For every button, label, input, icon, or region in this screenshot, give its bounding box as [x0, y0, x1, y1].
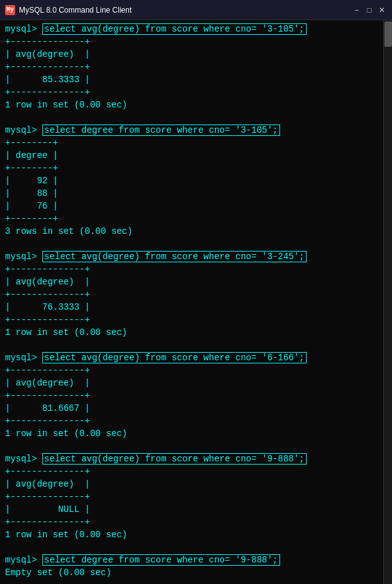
table-border-4a: +--------------+	[5, 364, 387, 377]
prompt-line-2: mysql> select degree from score where cn…	[5, 124, 387, 137]
table-border-3c: +--------------+	[5, 313, 387, 326]
prompt-line-1: mysql> select avg(degree) from score whe…	[5, 23, 387, 35]
table-header-3: | avg(degree) |	[5, 276, 387, 288]
cmd-1: select avg(degree) from score where cno=…	[42, 23, 307, 35]
cmd-5: select avg(degree) from score where cno=…	[42, 453, 307, 465]
status-3: 1 row in set (0.00 sec)	[5, 326, 387, 339]
status-4: 1 row in set (0.00 sec)	[5, 427, 387, 440]
status-6: Empty set (0.00 sec)	[5, 566, 387, 579]
query-block-2: mysql> select degree from score where cn…	[5, 124, 387, 238]
blank-3	[5, 339, 387, 351]
table-border-1c: +--------------+	[5, 86, 387, 99]
prompt-line-4: mysql> select avg(degree) from score whe…	[5, 351, 387, 364]
maximize-button[interactable]: □	[364, 5, 374, 15]
table-border-5a: +--------------+	[5, 465, 387, 478]
table-value-2a: | 92 |	[5, 174, 387, 187]
table-border-2b: +--------+	[5, 162, 387, 174]
cmd-3: select avg(degree) from score where cno=…	[42, 251, 307, 262]
table-value-4: | 81.6667 |	[5, 402, 387, 415]
table-border-1a: +--------------+	[5, 35, 387, 48]
cmd-2: select degree from score where cno= '3-1…	[42, 125, 280, 136]
prompt-2: mysql>	[5, 125, 37, 135]
table-border-4b: +--------------+	[5, 389, 387, 402]
title-bar: My MySQL 8.0 Command Line Client − □ ✕	[0, 0, 392, 20]
table-border-5c: +--------------+	[5, 516, 387, 528]
table-header-2: | degree |	[5, 149, 387, 162]
table-border-4c: +--------------+	[5, 415, 387, 427]
blank-1	[5, 111, 387, 124]
table-value-3: | 76.3333 |	[5, 301, 387, 313]
table-value-5: | NULL |	[5, 503, 387, 516]
table-header-5: | avg(degree) |	[5, 478, 387, 490]
scrollbar[interactable]	[383, 20, 392, 584]
query-block-1: mysql> select avg(degree) from score whe…	[5, 23, 387, 111]
prompt-1: mysql>	[5, 24, 37, 34]
terminal-body: mysql> select avg(degree) from score whe…	[0, 20, 392, 584]
blank-2	[5, 238, 387, 250]
table-header-4: | avg(degree) |	[5, 377, 387, 389]
table-border-5b: +--------------+	[5, 490, 387, 503]
prompt-6: mysql>	[5, 555, 37, 565]
table-border-2a: +--------+	[5, 137, 387, 149]
query-block-4: mysql> select avg(degree) from score whe…	[5, 351, 387, 440]
status-1: 1 row in set (0.00 sec)	[5, 99, 387, 111]
prompt-3: mysql>	[5, 252, 37, 262]
app-icon: My	[5, 5, 15, 15]
table-value-2b: | 88 |	[5, 187, 387, 200]
prompt-4: mysql>	[5, 353, 37, 363]
table-border-3b: +--------------+	[5, 288, 387, 301]
app-icon-text: My	[6, 6, 14, 13]
status-2: 3 rows in set (0.00 sec)	[5, 225, 387, 238]
window-title: MySQL 8.0 Command Line Client	[19, 6, 348, 15]
query-block-3: mysql> select avg(degree) from score whe…	[5, 250, 387, 339]
table-value-2c: | 76 |	[5, 200, 387, 212]
status-5: 1 row in set (0.00 sec)	[5, 528, 387, 541]
prompt-line-5: mysql> select avg(degree) from score whe…	[5, 453, 387, 465]
cmd-4: select avg(degree) from score where cno=…	[42, 352, 307, 363]
table-border-2c: +--------+	[5, 212, 387, 225]
blank-5	[5, 541, 387, 554]
close-button[interactable]: ✕	[377, 5, 387, 15]
app-window: My MySQL 8.0 Command Line Client − □ ✕ m…	[0, 0, 392, 584]
prompt-line-6: mysql> select degree from score where cn…	[5, 554, 387, 566]
window-controls[interactable]: − □ ✕	[352, 5, 387, 15]
query-block-6: mysql> select degree from score where cn…	[5, 554, 387, 579]
prompt-line-3: mysql> select avg(degree) from score whe…	[5, 250, 387, 263]
table-value-1: | 85.3333 |	[5, 73, 387, 86]
blank-4	[5, 440, 387, 453]
table-border-1b: +--------------+	[5, 61, 387, 73]
table-border-3a: +--------------+	[5, 263, 387, 276]
cmd-6: select degree from score where cno= '9-8…	[42, 554, 280, 566]
query-block-5: mysql> select avg(degree) from score whe…	[5, 453, 387, 541]
table-header-1: | avg(degree) |	[5, 48, 387, 61]
minimize-button[interactable]: −	[352, 5, 362, 15]
prompt-5: mysql>	[5, 454, 37, 464]
scrollbar-thumb[interactable]	[384, 21, 392, 47]
